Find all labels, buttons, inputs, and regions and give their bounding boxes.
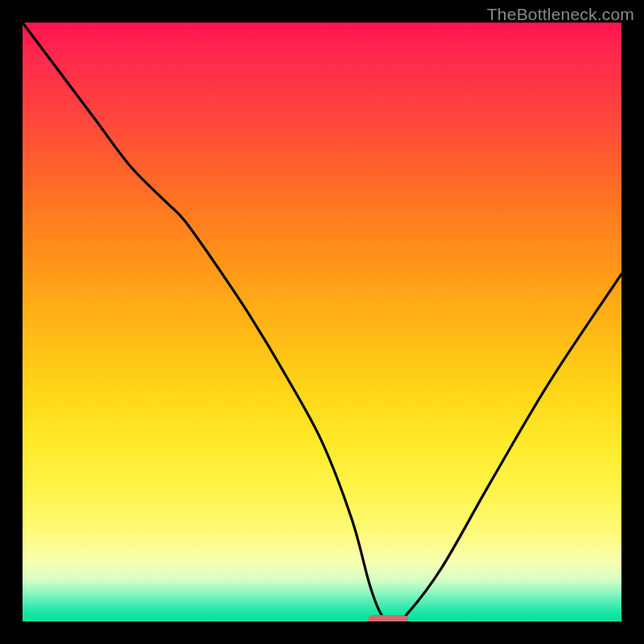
watermark-text: TheBottleneck.com (487, 5, 634, 24)
minimum-marker (368, 615, 408, 621)
bottleneck-curve (23, 23, 621, 621)
curve-path (23, 23, 621, 621)
chart-frame: TheBottleneck.com (0, 0, 644, 644)
plot-area (23, 23, 621, 621)
